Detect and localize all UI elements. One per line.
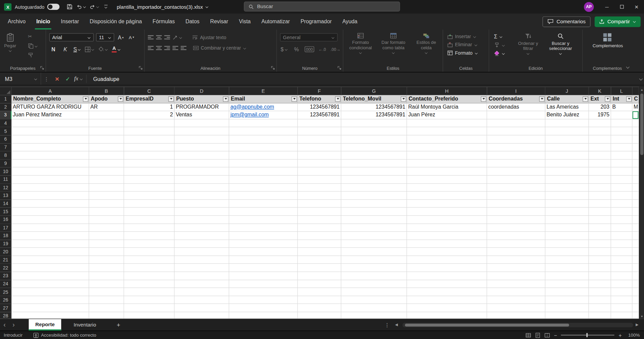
cell-D10[interactable]	[175, 168, 229, 176]
row-header-12[interactable]: 12	[0, 183, 11, 192]
cell-H13[interactable]	[407, 192, 487, 200]
cell-K18[interactable]	[589, 232, 611, 240]
cell-M28[interactable]	[633, 312, 639, 318]
cell-J6[interactable]	[545, 135, 589, 143]
avatar[interactable]: AP	[584, 2, 594, 11]
tab-programador[interactable]: Programador	[295, 13, 337, 29]
bold-button[interactable]: N	[49, 45, 57, 53]
cell-M6[interactable]	[633, 135, 639, 143]
row-header-20[interactable]: 20	[0, 248, 11, 256]
format-as-table-button[interactable]: Dar formato como tabla	[379, 33, 408, 54]
cell-I16[interactable]	[487, 216, 545, 224]
cell-E19[interactable]	[229, 240, 298, 248]
format-painter-button[interactable]	[28, 53, 38, 60]
cell-M14[interactable]	[633, 200, 639, 208]
cell-D19[interactable]	[175, 240, 229, 248]
cell-K15[interactable]	[589, 208, 611, 216]
row-header-2[interactable]: 2	[0, 103, 11, 111]
cell-K11[interactable]	[589, 175, 611, 183]
copy-button[interactable]	[28, 43, 38, 49]
cell-C16[interactable]	[124, 216, 175, 224]
column-header-D[interactable]: D	[175, 87, 229, 95]
zoom-slider[interactable]	[561, 335, 615, 335]
cell-G6[interactable]	[341, 135, 407, 143]
page-layout-view-icon[interactable]	[535, 333, 540, 338]
cell-A1[interactable]: Nombre_Completo	[11, 95, 89, 103]
column-header-E[interactable]: E	[229, 87, 298, 95]
cell-I3[interactable]	[487, 111, 545, 119]
cell-E18[interactable]	[229, 232, 298, 240]
row-header-11[interactable]: 11	[0, 175, 11, 183]
row-header-22[interactable]: 22	[0, 264, 11, 272]
cell-H19[interactable]	[407, 240, 487, 248]
cell-E20[interactable]	[229, 248, 298, 256]
cell-M23[interactable]	[633, 272, 639, 280]
cell-B22[interactable]	[89, 264, 124, 272]
fill-button[interactable]	[494, 42, 505, 48]
cell-H11[interactable]	[407, 175, 487, 183]
filter-button-I[interactable]	[539, 96, 545, 102]
font-dialog-launcher-icon[interactable]	[139, 66, 143, 70]
cell-A3[interactable]: Juan Pérez Martinez	[11, 111, 89, 119]
conditional-formatting-button[interactable]: Formato condicional	[346, 33, 376, 54]
cell-L11[interactable]	[611, 175, 632, 183]
cell-I25[interactable]	[487, 288, 545, 296]
cell-I20[interactable]	[487, 248, 545, 256]
cell-M1[interactable]: C	[633, 95, 639, 103]
cell-D14[interactable]	[175, 200, 229, 208]
cell-K13[interactable]	[589, 192, 611, 200]
cell-H25[interactable]	[407, 288, 487, 296]
cell-C13[interactable]	[124, 192, 175, 200]
cell-J21[interactable]	[545, 256, 589, 264]
cell-I17[interactable]	[487, 224, 545, 232]
row-header-1[interactable]: 1	[0, 95, 11, 103]
cell-E5[interactable]	[229, 127, 298, 135]
cell-F8[interactable]	[298, 151, 341, 160]
cell-K14[interactable]	[589, 200, 611, 208]
cell-F25[interactable]	[298, 288, 341, 296]
clear-button[interactable]	[494, 51, 505, 56]
cell-G10[interactable]	[341, 168, 407, 176]
cell-A24[interactable]	[11, 280, 89, 288]
cancel-entry-button[interactable]: ✕	[52, 76, 62, 82]
cell-B26[interactable]	[89, 296, 124, 304]
cell-I5[interactable]	[487, 127, 545, 135]
comments-button[interactable]: Comentarios	[543, 16, 591, 27]
cell-I4[interactable]	[487, 119, 545, 128]
normal-view-icon[interactable]	[525, 333, 531, 338]
cell-J22[interactable]	[545, 264, 589, 272]
cell-B6[interactable]	[89, 135, 124, 143]
cell-J25[interactable]	[545, 288, 589, 296]
cell-G2[interactable]: 1234567891	[341, 103, 407, 111]
cell-C28[interactable]	[124, 312, 175, 318]
cell-L25[interactable]	[611, 288, 632, 296]
cell-E2[interactable]: ag@appnube.com	[229, 103, 298, 111]
cell-A8[interactable]	[11, 151, 89, 160]
cell-M27[interactable]	[633, 304, 639, 312]
row-header-24[interactable]: 24	[0, 280, 11, 288]
cell-L18[interactable]	[611, 232, 632, 240]
cell-I14[interactable]	[487, 200, 545, 208]
cell-E21[interactable]	[229, 256, 298, 264]
cell-styles-button[interactable]: Estilos de celda	[411, 33, 441, 54]
sheet-tab-menu-icon[interactable]: ⋮	[384, 319, 390, 331]
cell-K8[interactable]	[589, 151, 611, 160]
cell-D28[interactable]	[175, 312, 229, 318]
cell-G28[interactable]	[341, 312, 407, 318]
cell-M15[interactable]	[633, 208, 639, 216]
cell-E16[interactable]	[229, 216, 298, 224]
cell-M3[interactable]	[633, 111, 639, 119]
cell-E8[interactable]	[229, 151, 298, 160]
cell-G24[interactable]	[341, 280, 407, 288]
number-dialog-launcher-icon[interactable]	[338, 66, 342, 70]
insert-cells-button[interactable]: Insertar	[447, 34, 478, 39]
cell-F14[interactable]	[298, 200, 341, 208]
percent-button[interactable]: %	[292, 45, 301, 53]
vertical-scrollbar[interactable]: ▲ ▼	[639, 87, 644, 319]
cell-F21[interactable]	[298, 256, 341, 264]
cell-M8[interactable]	[633, 151, 639, 160]
filter-button-B[interactable]	[118, 96, 123, 102]
name-box[interactable]: M3	[0, 73, 41, 85]
cell-D27[interactable]	[175, 304, 229, 312]
cell-J12[interactable]	[545, 183, 589, 192]
